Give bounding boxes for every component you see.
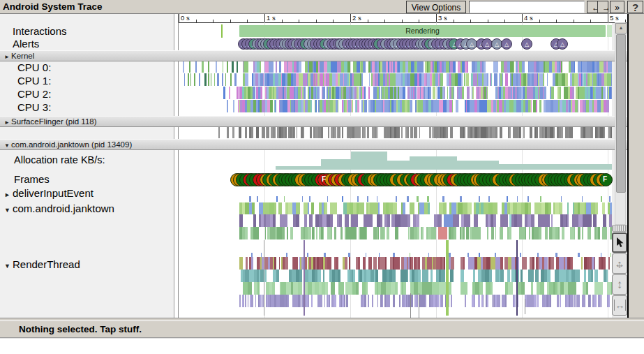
expander-icon: ► [4, 118, 11, 128]
scrollbar-thumb[interactable] [616, 34, 626, 193]
rendering-bar-label: Rendering [239, 25, 606, 36]
alloc-step[interactable] [457, 161, 499, 170]
search-input[interactable] [469, 1, 585, 13]
trace-viewer-window: Android System Trace View Options ▾ ← → … [0, 0, 644, 354]
help-button[interactable]: ? [627, 1, 643, 13]
cpu0-row-label: CPU 0: [17, 61, 51, 73]
trace-slice[interactable] [516, 240, 518, 316]
janktown-thread-track[interactable] [239, 214, 612, 227]
trace-slice[interactable] [419, 293, 419, 318]
ruler-minor-tick [213, 20, 214, 22]
ruler-major-tick [179, 14, 179, 22]
ruler-tick-label: 0 s [181, 14, 190, 22]
vertical-arrows-icon: ↕ [613, 278, 627, 292]
surfaceflinger-track[interactable] [215, 126, 239, 138]
alloc-step[interactable] [276, 166, 321, 170]
alloc-step[interactable] [351, 152, 387, 170]
expander-icon: ▼ [4, 263, 13, 270]
alert-icon[interactable]: △ [501, 38, 512, 50]
ruler-minor-tick [504, 20, 505, 22]
nav-back-icon[interactable]: ← [587, 1, 598, 13]
renderthread-track[interactable] [239, 270, 612, 282]
renderthread-row[interactable]: ▼RenderThread [4, 258, 80, 270]
renderthread-track[interactable] [239, 282, 612, 295]
interaction-tick[interactable] [221, 24, 223, 38]
pan-mode-button[interactable]: ↔ ↕ [612, 253, 627, 274]
ruler-major-tick [522, 14, 523, 22]
alert-icon[interactable]: △ [557, 38, 568, 50]
trace-slice[interactable] [446, 240, 449, 316]
deliver-input-event-row[interactable]: ►deliverInputEvent [4, 187, 93, 199]
alloc-step[interactable] [499, 164, 612, 170]
expander-icon: ▼ [4, 141, 11, 151]
alerts-row-label: Alerts [13, 38, 39, 50]
deliver-input-event-track[interactable] [241, 196, 612, 202]
selection-mode-button[interactable] [612, 233, 627, 253]
vertical-zoom-button[interactable]: ↕ [612, 274, 627, 295]
ruler-minor-tick [488, 20, 488, 22]
timing-mode-button[interactable]: ↔ [612, 295, 627, 316]
time-ruler[interactable]: 0 s1 s2 s3 s4 s5 s [179, 14, 627, 23]
warning-triangle-icon: △ [470, 41, 474, 47]
alloc-step[interactable] [321, 159, 351, 170]
scrollbar-up-arrow[interactable]: ▲ [615, 23, 627, 34]
janktown-thread-track[interactable] [239, 202, 612, 214]
alerts-side-tab[interactable]: Alerts [629, 14, 644, 319]
trace-slice[interactable] [304, 240, 305, 316]
window-title: Android System Trace [3, 1, 103, 12]
renderthread-track[interactable] [239, 257, 612, 270]
trace-slice[interactable] [264, 240, 264, 316]
janktown-group-header[interactable]: ▼com.android.janktown (pid 13409) [0, 139, 627, 150]
nav-forward-icon[interactable]: → [597, 1, 608, 13]
surfaceflinger-group-header[interactable]: ►SurfaceFlinger (pid 118) [0, 116, 627, 127]
ruler-tick-label: 1 s [267, 14, 276, 22]
ruler-major-tick [608, 14, 608, 22]
cpu0-track[interactable] [239, 60, 612, 73]
alert-icon[interactable]: △ [521, 38, 532, 50]
rendering-interaction-bar[interactable]: Rendering [239, 25, 606, 37]
renderthread-label: RenderThread [13, 258, 80, 270]
ruler-minor-tick [316, 20, 317, 22]
cpu3-track[interactable] [239, 100, 612, 112]
ruler-major-tick [436, 14, 437, 22]
ruler-minor-tick [230, 20, 231, 22]
janktown-thread-label: com.android.janktown [13, 202, 114, 214]
toolbar-grip-handle[interactable] [612, 225, 627, 232]
collapse-panel-button[interactable]: » [610, 1, 624, 13]
cpu3-track[interactable] [222, 100, 239, 112]
ruler-tick-label: 5 s [610, 14, 619, 22]
rendering-interaction-bar-fragment[interactable] [607, 25, 612, 37]
ruler-minor-tick [556, 20, 557, 22]
view-options-button[interactable]: View Options ▾ [406, 1, 466, 13]
cpu2-track[interactable] [218, 87, 239, 99]
ruler-tick-label: 3 s [438, 14, 447, 22]
janktown-thread-row[interactable]: ▼com.android.janktown [4, 202, 114, 214]
ruler-minor-tick [247, 20, 248, 22]
ruler-minor-tick [333, 20, 334, 22]
ruler-minor-tick [419, 20, 419, 22]
trace-slice[interactable] [438, 227, 447, 239]
renderthread-track[interactable] [239, 295, 612, 307]
janktown-group-label: com.android.janktown (pid 13409) [11, 140, 132, 149]
ruler-minor-tick [539, 20, 540, 22]
vertical-scrollbar[interactable]: ▲ [615, 22, 626, 225]
detail-panel [0, 338, 644, 354]
status-message: Nothing selected. Tap stuff. [19, 324, 142, 334]
trace-slice[interactable] [525, 299, 525, 314]
alloc-step[interactable] [410, 156, 457, 170]
trace-slice[interactable] [444, 214, 453, 227]
cpu1-track[interactable] [239, 73, 612, 86]
cpu2-track[interactable] [239, 87, 612, 99]
kernel-group-header[interactable]: ►Kernel [0, 50, 627, 61]
cpu1-track[interactable] [180, 73, 239, 86]
ruler-minor-tick [384, 20, 385, 22]
expander-icon: ▼ [4, 207, 13, 214]
trace-slice[interactable] [410, 293, 411, 318]
cpu0-track[interactable] [180, 60, 239, 73]
trace-slice[interactable] [509, 214, 511, 227]
alloc-step[interactable] [387, 161, 410, 170]
warning-triangle-icon: △ [560, 41, 564, 47]
kernel-group-label: Kernel [11, 52, 34, 60]
surfaceflinger-track[interactable] [239, 126, 612, 138]
janktown-thread-track[interactable] [239, 227, 612, 239]
